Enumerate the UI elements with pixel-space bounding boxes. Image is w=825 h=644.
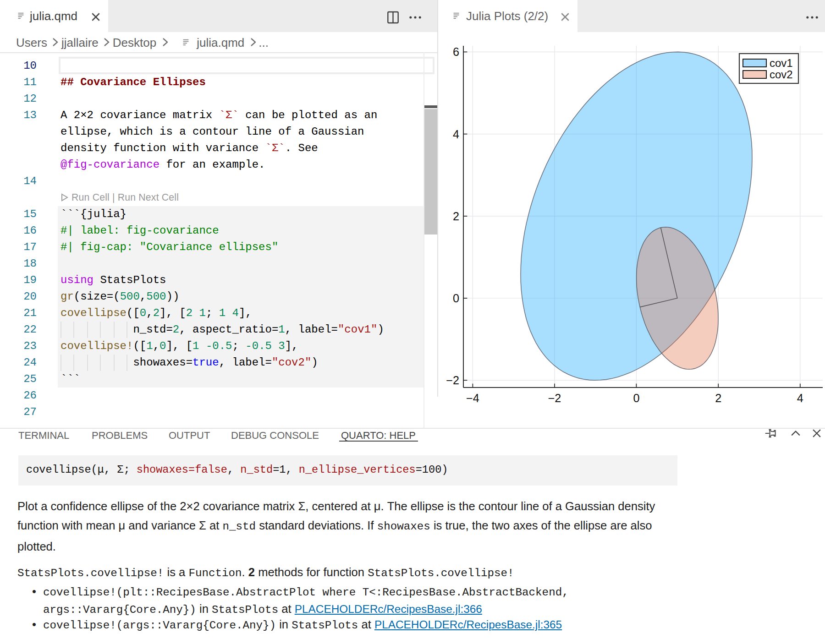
svg-text:2: 2 (715, 392, 721, 404)
svg-text:4: 4 (797, 392, 803, 404)
svg-text:0: 0 (633, 392, 639, 404)
svg-text:−2: −2 (548, 392, 561, 404)
svg-text:2: 2 (453, 210, 459, 223)
svg-text:0: 0 (453, 292, 459, 305)
svg-text:−2: −2 (446, 374, 459, 387)
svg-text:cov2: cov2 (770, 68, 793, 81)
svg-text:cov1: cov1 (770, 57, 793, 69)
svg-text:−4: −4 (466, 392, 479, 404)
svg-text:6: 6 (453, 45, 459, 58)
svg-text:4: 4 (453, 128, 459, 141)
